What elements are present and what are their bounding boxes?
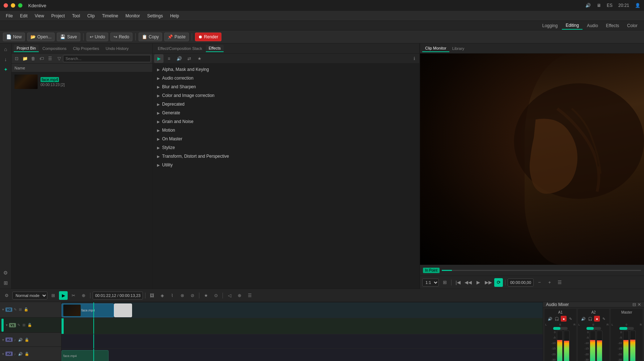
workspace-tab-editing[interactable]: Editing [562, 22, 582, 30]
effects-video-tab[interactable]: ▶ [154, 54, 164, 63]
close-button[interactable] [4, 3, 8, 8]
mixer-float-btn[interactable]: ⊟ [632, 302, 636, 307]
ch-edit-a1[interactable]: ✎ [568, 316, 573, 322]
tl-settings-btn[interactable]: ⚙ [2, 291, 11, 300]
edit-v1[interactable]: ✎ [17, 322, 21, 328]
ch-edit-a2[interactable]: ✎ [601, 316, 607, 322]
user-icon[interactable]: 👤 [635, 3, 640, 8]
mute-a2[interactable]: ♪ [13, 351, 17, 357]
menu-clip[interactable]: Clip [84, 12, 98, 20]
clip-block-face-a2[interactable]: face.mp4 [62, 350, 109, 361]
tab-compositions[interactable]: Compositions [39, 45, 69, 52]
sidebar-icon-grid[interactable]: ⊞ [1, 279, 10, 287]
menu-timeline[interactable]: Timeline [99, 12, 121, 20]
workspace-tab-logging[interactable]: Logging [539, 22, 562, 29]
workspace-tab-audio[interactable]: Audio [583, 22, 602, 29]
tl-star-btn[interactable]: ★ [202, 291, 210, 300]
category-utility[interactable]: ▶ Utility [153, 161, 419, 169]
tl-menu-btn[interactable]: ☰ [245, 291, 254, 300]
tl-effects-btn[interactable]: ⊗ [178, 291, 187, 300]
clip-folder-btn[interactable]: 📁 [21, 55, 29, 62]
ch-headphone-a1[interactable]: 🎧 [554, 316, 560, 322]
ch-volume-a2[interactable] [586, 327, 601, 330]
tl-vol-btn[interactable]: ◁ [225, 291, 234, 300]
ch-record-a2[interactable]: ● [594, 316, 600, 322]
tl-play-btn[interactable]: ▶ [59, 291, 68, 300]
category-transform-distort[interactable]: ▶ Transform, Distort and Perspective [153, 152, 419, 161]
clip-delete-btn[interactable]: 🗑 [30, 55, 37, 62]
paste-button[interactable]: 📌 Paste [164, 33, 189, 41]
search-input[interactable] [63, 55, 151, 62]
fader-bar-a2[interactable] [590, 331, 596, 361]
effects-transition-tab[interactable]: ⇄ [185, 54, 194, 63]
minimize-button[interactable] [11, 3, 15, 8]
clip-block-white[interactable] [114, 303, 132, 317]
tl-timecode[interactable]: 00:01:22,12 / 00:00:13,23 [93, 292, 143, 300]
effects-audio-tab[interactable]: 🔊 [174, 54, 184, 63]
expand-a2[interactable]: ▾ [1, 351, 5, 357]
sidebar-icon-settings[interactable]: ⚙ [1, 268, 10, 277]
category-blur-sharpen[interactable]: ▶ Blur and Sharpen [153, 82, 419, 91]
category-alpha-mask[interactable]: ▶ Alpha, Mask and Keying [153, 65, 419, 74]
tl-audio-btn[interactable]: ◈ [158, 291, 166, 300]
step-back-btn[interactable]: ◀◀ [464, 278, 473, 287]
clip-item-face-mp4[interactable]: face.mp4 00:00:13:23 [2] [13, 74, 151, 90]
mixer-close-btn[interactable]: ✕ [637, 302, 641, 307]
tab-library[interactable]: Library [449, 45, 467, 52]
fader-bar-a2-r[interactable] [597, 331, 602, 361]
lock-v1[interactable]: 🔓 [27, 322, 33, 328]
minus-btn[interactable]: − [535, 278, 544, 287]
render-button[interactable]: ⏺ Render [195, 33, 221, 41]
category-generate[interactable]: ▶ Generate [153, 109, 419, 117]
fader-bar-a1[interactable] [557, 331, 563, 361]
loop-btn[interactable]: ⟳ [494, 278, 503, 287]
save-button[interactable]: 💾 Save [57, 33, 80, 41]
tl-wave-btn[interactable]: ⌇ [168, 291, 177, 300]
solo-a1[interactable]: 🔊 [17, 337, 23, 343]
tab-clip-properties[interactable]: Clip Properties [70, 45, 102, 52]
category-on-master[interactable]: ▶ On Master [153, 135, 419, 143]
fader-bar-master-l[interactable] [623, 331, 629, 361]
redo-button[interactable]: ↪ Redo [110, 33, 132, 41]
workspace-tab-color[interactable]: Color [623, 22, 641, 29]
menu-edit[interactable]: Edit [17, 12, 30, 20]
play-btn[interactable]: ▶ [474, 278, 483, 287]
mute-a1[interactable]: ♪ [13, 337, 17, 343]
lock-a2[interactable]: 🔓 [24, 351, 30, 357]
category-motion[interactable]: ▶ Motion [153, 126, 419, 135]
sidebar-icon-home[interactable]: ⌂ [1, 45, 10, 54]
lock-a1[interactable]: 🔓 [24, 337, 30, 343]
timecode-display[interactable]: 00:00:00,00 [508, 279, 534, 286]
solo-a2[interactable]: 🔊 [17, 351, 23, 357]
clip-menu-btn[interactable]: ☰ [46, 55, 54, 62]
fader-bar-master-r[interactable] [630, 331, 636, 361]
category-stylize[interactable]: ▶ Stylize [153, 143, 419, 152]
edit-v2[interactable]: ✎ [13, 307, 17, 312]
tl-link-btn[interactable]: ⊕ [79, 291, 88, 300]
tab-undo-history[interactable]: Undo History [103, 45, 132, 52]
category-audio-correction[interactable]: ▶ Audio correction [153, 74, 419, 82]
expand-v1[interactable]: ▾ [5, 322, 8, 328]
tab-effect-composition-stack[interactable]: Effect/Composition Stack [155, 45, 205, 52]
menu-view[interactable]: View [32, 12, 47, 20]
clip-tag-btn[interactable]: 🏷 [38, 55, 45, 62]
menu-btn[interactable]: ☰ [555, 278, 564, 287]
skip-start-btn[interactable]: |◀ [454, 278, 462, 287]
clip-block-face-v2[interactable]: face.mp4 [62, 303, 114, 317]
copy-button[interactable]: 📋 Copy [139, 33, 162, 41]
lock-v2[interactable]: 🔓 [23, 307, 29, 312]
tl-cut-btn[interactable]: ✂ [69, 291, 78, 300]
sidebar-icon-effects[interactable]: ✦ [1, 65, 10, 74]
expand-a1[interactable]: ▾ [1, 337, 5, 343]
undo-button[interactable]: ↩ Undo [86, 33, 109, 41]
ch-speaker-a1[interactable]: 🔊 [547, 316, 553, 322]
tab-effects[interactable]: Effects [206, 45, 224, 52]
menu-tool[interactable]: Tool [69, 12, 83, 20]
effects-info-btn[interactable]: ℹ [411, 55, 418, 62]
expand-v2[interactable]: ▾ [1, 307, 5, 312]
category-color-image[interactable]: ▶ Color and Image correction [153, 91, 419, 100]
comp-v1[interactable]: ⊞ [22, 322, 26, 328]
tab-clip-monitor[interactable]: Clip Monitor [422, 45, 449, 52]
fit-screen-btn[interactable]: ⊞ [440, 278, 449, 287]
sidebar-icon-download[interactable]: ↓ [1, 55, 10, 64]
